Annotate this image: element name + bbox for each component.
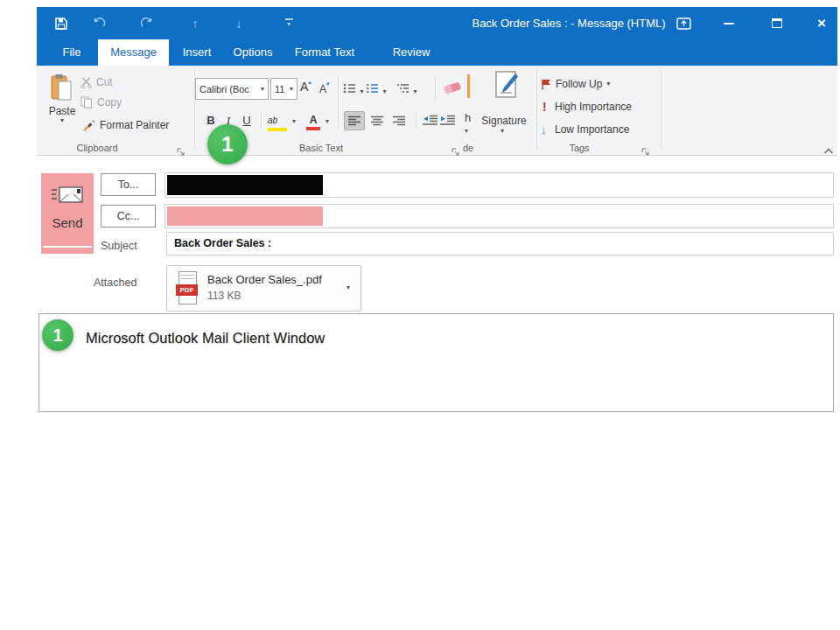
attached-label: Attached [94, 276, 136, 289]
align-center-icon [371, 116, 384, 126]
tab-insert[interactable]: Insert [175, 39, 219, 66]
align-center-button[interactable] [368, 111, 386, 130]
follow-up-label: Follow Up [556, 78, 602, 90]
numbering-caret-icon: ▾ [382, 88, 386, 95]
clipboard-dialog-launcher-icon[interactable] [177, 144, 185, 159]
signature-icon[interactable] [493, 69, 521, 104]
move-up-icon[interactable]: ↑ [185, 7, 206, 39]
tags-dialog-launcher-icon[interactable] [641, 144, 649, 159]
ribbon-tab-row: File Message Insert Options Format Text … [37, 39, 837, 66]
customize-qat-icon[interactable]: ▾ [278, 7, 299, 39]
collapse-ribbon-icon[interactable] [823, 143, 834, 158]
follow-up-button[interactable]: Follow Up ▾ [541, 76, 610, 92]
font-color-button[interactable]: A [306, 111, 320, 130]
increase-indent-icon [440, 115, 456, 126]
copy-button[interactable]: Copy [80, 94, 122, 110]
bold-button[interactable]: B [204, 112, 218, 128]
multilevel-caret-icon: ▾ [413, 88, 416, 95]
send-button[interactable]: Send [41, 173, 94, 254]
subject-label: Subject [101, 240, 137, 252]
cc-field[interactable] [164, 204, 834, 228]
separator [338, 78, 339, 129]
window-title: Back Order Sales : - Message (HTML) [438, 7, 700, 39]
redo-icon[interactable] [136, 7, 158, 39]
bullets-button[interactable]: ▾ [343, 81, 363, 97]
attachment-caret-icon[interactable]: ▾ [346, 284, 350, 291]
numbering-button[interactable]: ▾ [366, 81, 386, 97]
tab-file[interactable]: File [49, 39, 94, 66]
high-importance-button[interactable]: ! High Importance [542, 99, 632, 115]
multilevel-list-button[interactable]: ▾ [396, 81, 416, 97]
signature-caret-icon[interactable]: ▾ [500, 128, 504, 135]
pdf-icon: PDF [176, 271, 200, 306]
highlight-caret-icon[interactable]: ▾ [292, 118, 296, 125]
signature-button[interactable]: Signature [479, 112, 529, 128]
font-size-value: 11 [275, 84, 284, 94]
screenshot-canvas: ↑ ↓ ▾ Back Order Sales : - Message (HTML… [0, 0, 840, 630]
high-importance-icon: ! [542, 100, 550, 114]
align-left-button[interactable] [344, 111, 365, 130]
pdf-badge: PDF [176, 284, 198, 296]
underline-button[interactable]: U [239, 112, 255, 128]
to-button-label: To... [118, 178, 139, 191]
tab-format-text[interactable]: Format Text [290, 39, 360, 66]
low-importance-button[interactable]: ↓ Low Importance [541, 122, 629, 137]
basic-text-group-label: Basic Text [269, 143, 374, 153]
format-painter-button[interactable]: Format Painter [83, 117, 169, 133]
paste-icon [50, 74, 74, 102]
decrease-indent-button[interactable] [423, 114, 438, 130]
font-name-caret-icon: ▾ [261, 86, 264, 93]
align-right-button[interactable] [389, 111, 409, 130]
group-separator [536, 69, 537, 150]
increase-indent-button[interactable] [440, 114, 456, 130]
paste-button[interactable]: Paste ▾ [42, 71, 82, 143]
tab-options[interactable]: Options [231, 39, 275, 66]
decrease-indent-icon [423, 115, 438, 126]
close-icon[interactable]: × [808, 7, 835, 39]
multilevel-list-icon [396, 83, 410, 94]
flag-icon [541, 79, 551, 90]
minimize-icon[interactable] [716, 7, 742, 39]
annotation-badge-body: 1 [42, 319, 74, 351]
attachment-chip[interactable]: PDF Back Order Sales_.pdf 113 KB ▾ [166, 265, 361, 312]
font-color-caret-icon[interactable]: ▾ [326, 118, 329, 125]
low-importance-icon: ↓ [541, 123, 550, 136]
font-name-value: Calibri (Boc [200, 84, 249, 94]
undo-icon[interactable] [88, 7, 109, 39]
font-size-select[interactable]: 11 ▾ [270, 78, 298, 100]
popout-icon[interactable] [670, 7, 696, 39]
annotation-badge-ribbon: 1 [207, 124, 248, 164]
separator [416, 112, 416, 130]
numbering-icon [366, 83, 379, 94]
high-importance-label: High Importance [555, 101, 632, 113]
cut-button[interactable]: Cut [80, 74, 113, 90]
stray-de-label: de [463, 143, 484, 153]
grow-font-button[interactable]: A▴ [300, 79, 312, 94]
tab-review[interactable]: Review [385, 39, 438, 66]
maximize-icon[interactable] [764, 7, 790, 39]
to-field[interactable] [164, 172, 834, 198]
title-bar: ↑ ↓ ▾ Back Order Sales : - Message (HTML… [37, 7, 837, 39]
subject-field[interactable]: Back Order Sales : [166, 232, 834, 256]
highlight-button[interactable]: ab [268, 111, 287, 131]
attachment-filesize: 113 KB [207, 290, 241, 302]
highlight-color-bar [268, 128, 287, 131]
cc-button[interactable]: Cc... [101, 205, 156, 228]
to-button[interactable]: To... [101, 173, 156, 196]
message-body[interactable]: Microsoft Outlook Mail Client Window [38, 313, 834, 412]
cc-button-label: Cc... [117, 210, 140, 222]
basic-text-dialog-launcher-icon[interactable] [452, 144, 459, 159]
separator [261, 112, 262, 130]
subject-value: Back Order Sales : [167, 233, 833, 255]
shrink-font-button[interactable]: A▾ [319, 80, 330, 96]
font-size-caret-icon: ▾ [290, 86, 293, 93]
indent-area-caret-icon[interactable]: ▾ [465, 128, 468, 135]
ribbon: Paste ▾ Cut Copy Format Painter Clipboar… [37, 66, 837, 156]
font-name-select[interactable]: Calibri (Boc ▾ [195, 78, 269, 100]
clear-formatting-eraser-icon[interactable] [441, 79, 464, 100]
copy-label: Copy [97, 96, 122, 108]
stray-h-text: h [465, 111, 471, 124]
move-down-icon[interactable]: ↓ [228, 7, 249, 39]
tab-message[interactable]: Message [98, 39, 169, 66]
save-icon[interactable] [51, 7, 72, 39]
